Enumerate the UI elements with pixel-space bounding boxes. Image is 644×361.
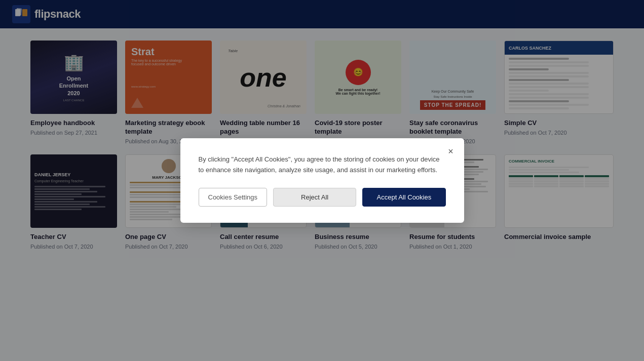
- cookie-banner: × By clicking "Accept All Cookies", you …: [180, 138, 464, 223]
- cookie-text: By clicking "Accept All Cookies", you ag…: [199, 154, 446, 176]
- cookie-settings-button[interactable]: Cookies Settings: [199, 188, 268, 207]
- close-icon: ×: [448, 146, 453, 157]
- cookie-overlay: × By clicking "Accept All Cookies", you …: [0, 0, 644, 361]
- cookie-accept-button[interactable]: Accept All Cookies: [362, 188, 445, 207]
- cookie-close-button[interactable]: ×: [445, 145, 457, 157]
- cookie-actions: Cookies Settings Reject All Accept All C…: [199, 188, 446, 207]
- cookie-reject-button[interactable]: Reject All: [273, 188, 356, 207]
